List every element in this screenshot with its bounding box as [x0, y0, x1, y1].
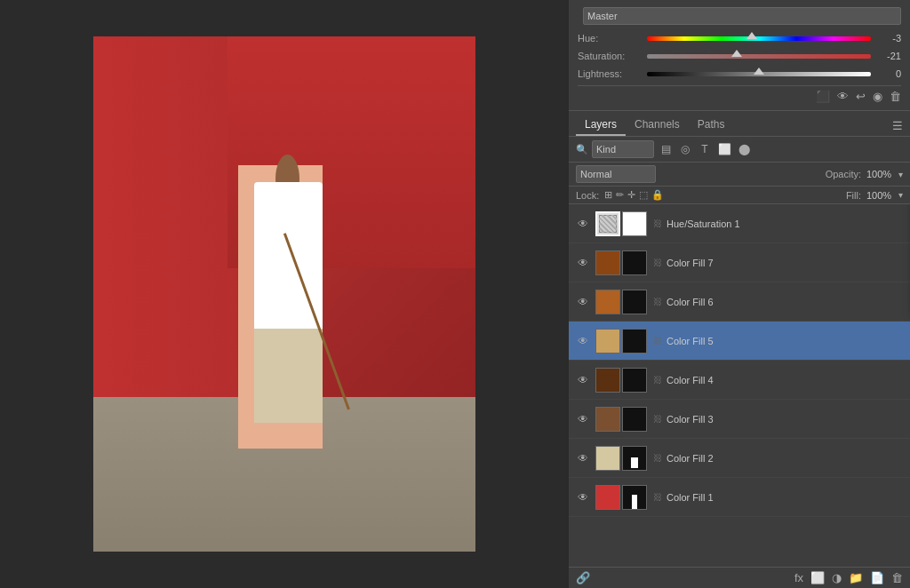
lock-all-icon[interactable]: 🔒: [651, 189, 664, 201]
hue-slider-wrap[interactable]: [647, 32, 871, 44]
bottom-icons-right: fx ⬜ ◑ 📁 📄 🗑: [794, 571, 903, 584]
fill7-mask-thumb: [622, 250, 647, 275]
layer-name-fill3: Color Fill 3: [667, 414, 903, 425]
light-slider-wrap[interactable]: [647, 68, 871, 80]
tab-channels[interactable]: Channels: [626, 115, 689, 136]
eye-icon-fill6[interactable]: 👁: [576, 295, 590, 309]
sat-thumb[interactable]: [731, 50, 742, 57]
type-filter-icon[interactable]: T: [697, 141, 713, 157]
smart-filter-icon[interactable]: ⬤: [736, 141, 752, 157]
eye-icon-fill4[interactable]: 👁: [576, 373, 590, 387]
right-panel: Master Hue: -3 Saturation: -21 Lightness…: [569, 0, 910, 588]
visibility-icon[interactable]: 👁: [837, 90, 849, 103]
fill-arrow[interactable]: ▾: [898, 190, 903, 200]
eye-icon-fill3[interactable]: 👁: [576, 412, 590, 426]
bottom-icons-left: 🔗: [576, 571, 590, 584]
delete-layer-icon[interactable]: 🗑: [891, 571, 903, 584]
lock-move-icon[interactable]: ✛: [627, 189, 635, 201]
tab-paths[interactable]: Paths: [689, 115, 734, 136]
layers-list: 👁 ⛓ Hue/Saturation 1 👁 ⛓ Color F: [569, 204, 910, 567]
opacity-value[interactable]: 100%: [866, 169, 893, 179]
chain-icon-hue-sat: ⛓: [653, 219, 662, 228]
layer-row-fill6[interactable]: 👁 ⛓ Color Fill 6: [569, 282, 910, 322]
opacity-arrow[interactable]: ▾: [898, 170, 903, 179]
hue-thumb[interactable]: [746, 32, 757, 39]
tab-layers[interactable]: Layers: [576, 115, 626, 136]
eye-adj-icon[interactable]: ◉: [873, 90, 882, 103]
lightness-row: Lightness: 0: [578, 68, 901, 80]
layer-name-fill2: Color Fill 2: [667, 453, 903, 464]
layer-row-fill2[interactable]: 👁 ⛓ Color Fill 2: [569, 439, 910, 478]
eye-icon-fill5[interactable]: 👁: [576, 334, 590, 348]
blend-row: Normal Opacity: 100% ▾: [569, 163, 910, 187]
layer-thumbs-hue-sat: [595, 211, 647, 236]
layer-name-fill1: Color Fill 1: [667, 492, 903, 503]
add-mask-icon[interactable]: ⬜: [810, 571, 825, 584]
master-select[interactable]: Master: [583, 7, 901, 25]
layer-thumbs-fill6: [595, 290, 647, 314]
sat-label: Saturation:: [578, 51, 642, 61]
layers-toolbar: 🔍 Kind ▤ ◎ T ⬜ ⬤: [569, 137, 910, 163]
fill7-color-thumb: [595, 250, 620, 275]
fill-value[interactable]: 100%: [866, 190, 893, 201]
layer-row-fill4[interactable]: 👁 ⛓ Color Fill 4: [569, 361, 910, 400]
lock-paint-icon[interactable]: ✏: [616, 189, 624, 201]
layer-row-fill5[interactable]: 👁 ⛓ Color Fill 5: [569, 322, 910, 361]
chain-icon-fill3: ⛓: [653, 414, 662, 424]
lock-transparent-icon[interactable]: ⊞: [604, 189, 612, 201]
layer-name-fill4: Color Fill 4: [667, 375, 903, 385]
lock-artboard-icon[interactable]: ⬚: [639, 189, 648, 201]
pixel-filter-icon[interactable]: ▤: [658, 141, 674, 157]
hue-track: [647, 36, 871, 41]
sat-track: [647, 54, 871, 59]
layer-name-hue-sat: Hue/Saturation 1: [667, 219, 903, 229]
adjustment-filter-icon[interactable]: ◎: [677, 141, 693, 157]
hue-label: Hue:: [578, 33, 642, 44]
prev-icon[interactable]: ↩: [856, 90, 866, 103]
chain-icon-fill5: ⛓: [653, 336, 662, 346]
new-adjustment-icon[interactable]: ◑: [832, 571, 842, 584]
fill1-mask-thumb: [622, 485, 647, 510]
layer-thumbs-fill4: [595, 368, 647, 393]
layer-row-fill3[interactable]: 👁 ⛓ Color Fill 3: [569, 400, 910, 439]
kind-select[interactable]: Kind: [592, 140, 654, 158]
light-thumb[interactable]: [754, 68, 764, 75]
layer-thumbs-fill1: [595, 485, 647, 510]
link-icon[interactable]: 🔗: [576, 571, 590, 584]
fill3-mask-thumb: [622, 407, 647, 432]
sat-slider-wrap[interactable]: [647, 50, 871, 62]
layer-row-hue-sat[interactable]: 👁 ⛓ Hue/Saturation 1: [569, 204, 910, 243]
layers-tabs: Layers Channels Paths ☰: [569, 111, 910, 137]
layer-row-fill7[interactable]: 👁 ⛓ Color Fill 7 Solid Color... Gradient…: [569, 243, 910, 282]
new-group-icon[interactable]: 📁: [849, 571, 863, 584]
fill5-color-thumb: [595, 329, 620, 354]
lock-label: Lock:: [576, 190, 599, 201]
eye-icon-fill1[interactable]: 👁: [576, 490, 590, 505]
fill-label: Fill:: [846, 190, 861, 201]
lock-icons: ⊞ ✏ ✛ ⬚ 🔒: [604, 189, 664, 201]
clip-icon[interactable]: ⬛: [816, 90, 830, 103]
layer-row-fill1[interactable]: 👁 ⛓ Color Fill 1: [569, 478, 910, 517]
fx-label[interactable]: fx: [794, 571, 803, 584]
new-layer-icon[interactable]: 📄: [870, 571, 884, 584]
shape-filter-icon[interactable]: ⬜: [716, 141, 732, 157]
hue-row: Hue: -3: [578, 32, 901, 44]
fill4-mask-thumb: [622, 368, 647, 393]
layers-bottom: 🔗 fx ⬜ ◑ 📁 📄 🗑: [569, 567, 910, 588]
eye-icon-fill7[interactable]: 👁: [576, 256, 590, 270]
hue-sat-mask-thumb: [622, 211, 647, 236]
layer-name-fill6: Color Fill 6: [667, 297, 903, 307]
eye-icon-hue-sat[interactable]: 👁: [576, 217, 590, 231]
layer-thumbs-fill2: [595, 446, 647, 471]
fill4-color-thumb: [595, 368, 620, 393]
fill2-mask-thumb: [622, 446, 647, 471]
fill5-mask-thumb: [622, 329, 647, 354]
layer-thumbs-fill5: [595, 329, 647, 354]
trash-icon[interactable]: 🗑: [890, 90, 901, 103]
layer-thumbs-fill7: [595, 250, 647, 275]
blend-select[interactable]: Normal: [576, 165, 656, 183]
figure-legs: [254, 329, 323, 423]
canvas-area: [0, 0, 569, 588]
eye-icon-fill2[interactable]: 👁: [576, 451, 590, 465]
layers-menu-icon[interactable]: ☰: [892, 119, 903, 132]
